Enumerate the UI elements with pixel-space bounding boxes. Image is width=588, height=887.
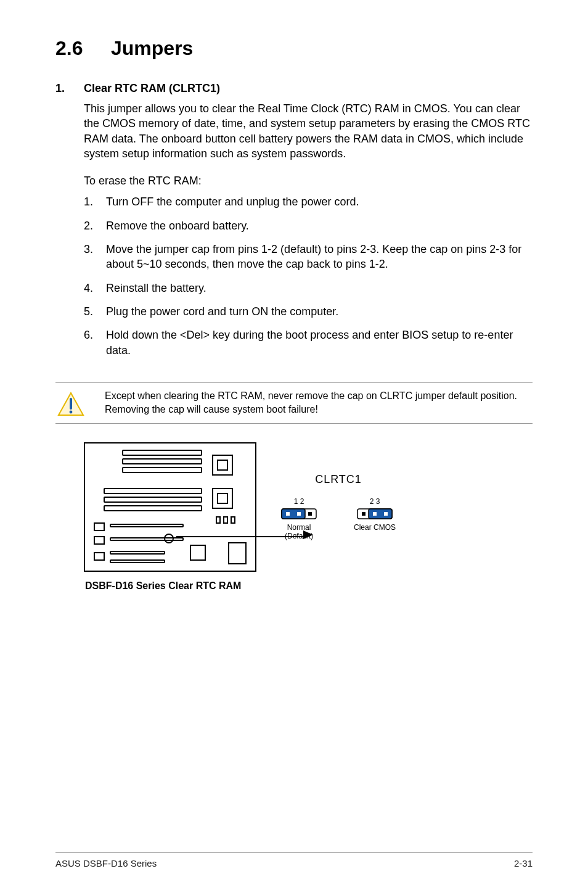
- step-number: 4.: [84, 281, 106, 295]
- svg-rect-7: [308, 512, 312, 516]
- clrtc-diagram: CLRTC1 1 2: [84, 442, 533, 592]
- svg-point-2: [70, 410, 73, 413]
- steps-list: 1. Turn OFF the computer and unplug the …: [84, 194, 533, 366]
- section-heading: 2.6Jumpers: [55, 37, 533, 60]
- caution-text: Except when clearing the RTC RAM, never …: [86, 389, 533, 417]
- caution-icon: [55, 389, 86, 416]
- step-text: Turn OFF the computer and unplug the pow…: [106, 194, 533, 209]
- jumper-label: CLRTC1: [315, 473, 362, 486]
- jumper-caption-clear: Clear CMOS: [354, 523, 396, 532]
- svg-rect-11: [373, 512, 377, 516]
- svg-rect-5: [286, 512, 290, 516]
- footer-right: 2-31: [514, 858, 533, 868]
- step-number: 6.: [84, 328, 106, 358]
- item-header: 1. Clear RTC RAM (CLRTC1): [55, 82, 533, 95]
- svg-rect-12: [384, 512, 388, 516]
- item-description: This jumper allows you to clear the Real…: [84, 101, 533, 161]
- step-text: Hold down the <Del> key during the boot …: [106, 328, 533, 358]
- item-number: 1.: [55, 82, 84, 95]
- item-title: Clear RTC RAM (CLRTC1): [84, 82, 220, 95]
- step: 2. Remove the onboard battery.: [84, 218, 533, 233]
- step: 1. Turn OFF the computer and unplug the …: [84, 194, 533, 209]
- step-text: Move the jumper cap from pins 1-2 (defau…: [106, 242, 533, 272]
- section-number: 2.6: [55, 37, 111, 60]
- step-text: Reinstall the battery.: [106, 281, 533, 295]
- step-number: 5.: [84, 304, 106, 319]
- svg-rect-6: [297, 512, 301, 516]
- step-number: 3.: [84, 242, 106, 272]
- caution-note: Except when clearing the RTC RAM, never …: [55, 382, 533, 424]
- motherboard-outline: [84, 442, 256, 572]
- svg-rect-9: [369, 509, 392, 519]
- step-text: Plug the power cord and turn ON the comp…: [106, 304, 533, 319]
- svg-rect-4: [282, 509, 305, 519]
- arrow-icon: [303, 530, 313, 539]
- step: 3. Move the jumper cap from pins 1-2 (de…: [84, 242, 533, 272]
- pin-labels-right: 2 3: [370, 497, 380, 506]
- step-text: Remove the onboard battery.: [106, 218, 533, 233]
- footer-left: ASUS DSBF-D16 Series: [55, 858, 157, 868]
- jumper-clear: 2 3 Clear CMOS: [354, 497, 396, 532]
- step: 6. Hold down the <Del> key during the bo…: [84, 328, 533, 358]
- section-title: Jumpers: [111, 37, 193, 59]
- jumper-detail: CLRTC1 1 2: [281, 473, 396, 541]
- step: 4. Reinstall the battery.: [84, 281, 533, 295]
- erase-intro: To erase the RTC RAM:: [84, 173, 533, 188]
- page-footer: ASUS DSBF-D16 Series 2-31: [55, 852, 533, 868]
- diagram-caption: DSBF-D16 Series Clear RTC RAM: [85, 580, 533, 592]
- svg-rect-10: [362, 512, 365, 516]
- pin-labels-left: 1 2: [294, 497, 304, 506]
- step-number: 1.: [84, 194, 106, 209]
- step-number: 2.: [84, 218, 106, 233]
- step: 5. Plug the power cord and turn ON the c…: [84, 304, 533, 319]
